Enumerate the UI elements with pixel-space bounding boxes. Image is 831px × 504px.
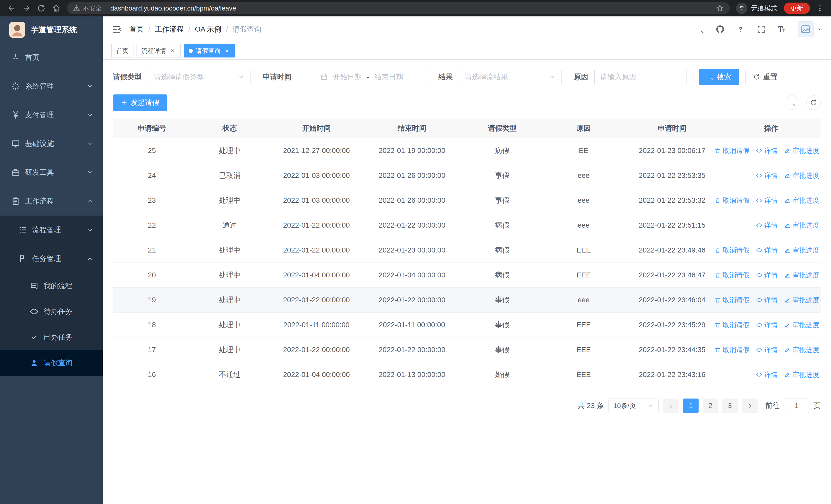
sidebar-item-my-process[interactable]: 我的流程	[0, 273, 103, 299]
chevron-down-icon	[647, 403, 654, 409]
fullscreen-icon[interactable]	[756, 25, 766, 34]
chevron-down-icon	[816, 26, 822, 32]
breadcrumb-separator: /	[148, 25, 150, 33]
tab-home[interactable]: 首页	[111, 44, 134, 58]
goto-page-input[interactable]: 1	[784, 398, 809, 413]
security-indicator[interactable]: 不安全	[73, 4, 102, 12]
tab-process-detail[interactable]: 流程详情×	[137, 44, 181, 58]
cancel-link[interactable]: 取消请假	[715, 196, 749, 205]
detail-link[interactable]: 详情	[756, 346, 778, 354]
chevron-down-icon	[238, 73, 245, 80]
search-button[interactable]: 搜索	[699, 69, 739, 85]
cancel-link[interactable]: 取消请假	[715, 296, 749, 305]
cancel-link[interactable]: 取消请假	[715, 246, 749, 255]
search-icon	[789, 99, 796, 106]
help-icon[interactable]	[736, 25, 745, 34]
collapse-sidebar-icon[interactable]	[111, 24, 122, 34]
prev-page-button[interactable]	[663, 398, 679, 413]
sidebar-item-label: 请假查询	[44, 358, 93, 368]
sidebar-item-todo-task[interactable]: 待办任务	[0, 299, 103, 324]
cancel-link[interactable]: 取消请假	[715, 321, 749, 329]
url-text[interactable]: dashboard.yudao.iocoder.cn/bpm/oa/leave	[110, 4, 712, 12]
progress-link[interactable]: 审批进度	[784, 321, 819, 329]
progress-link[interactable]: 审批进度	[784, 246, 819, 255]
detail-link[interactable]: 详情	[756, 196, 778, 205]
detail-link[interactable]: 详情	[756, 146, 778, 155]
progress-link[interactable]: 审批进度	[784, 171, 819, 180]
page-content: 请假类型 请选择请假类型 申请时间 开始日期 - 结束日期	[103, 60, 831, 504]
sidebar-item-done-task[interactable]: 已办任务	[0, 324, 103, 350]
update-button[interactable]: 更新	[784, 3, 810, 14]
sidebar-item-system[interactable]: 系统管理	[0, 72, 103, 100]
sidebar-menu: 首页系统管理支付管理基础设施研发工具工作流程流程管理任务管理我的流程待办任务已办…	[0, 43, 103, 376]
url-bar[interactable]: 不安全 dashboard.yudao.iocoder.cn/bpm/oa/le…	[67, 2, 730, 14]
cancel-link[interactable]: 取消请假	[715, 271, 749, 280]
progress-link[interactable]: 审批进度	[784, 370, 819, 379]
progress-link[interactable]: 审批进度	[784, 221, 819, 230]
breadcrumb-item[interactable]: OA 示例	[195, 24, 222, 34]
close-icon[interactable]: ×	[224, 48, 230, 54]
date-range-picker[interactable]: 开始日期 - 结束日期	[298, 69, 426, 85]
font-size-icon[interactable]	[777, 25, 786, 34]
back-icon[interactable]	[7, 4, 16, 12]
github-icon[interactable]	[716, 25, 725, 34]
op-label: 取消请假	[723, 246, 749, 255]
chevron-down-icon	[87, 112, 93, 118]
progress-link[interactable]: 审批进度	[784, 146, 819, 155]
sidebar-item-home[interactable]: 首页	[0, 43, 103, 72]
tab-leave-query[interactable]: 请假查询×	[184, 44, 235, 58]
detail-link[interactable]: 详情	[756, 221, 778, 230]
reason-input[interactable]: 请输入原因	[594, 69, 687, 85]
progress-link[interactable]: 审批进度	[784, 271, 819, 280]
sidebar-item-payment[interactable]: 支付管理	[0, 100, 103, 129]
cancel-link[interactable]: 取消请假	[715, 146, 749, 155]
detail-link[interactable]: 详情	[756, 171, 778, 180]
sidebar-item-label: 待办任务	[44, 307, 93, 317]
refresh-table-button[interactable]	[806, 95, 821, 110]
progress-link[interactable]: 审批进度	[784, 296, 819, 305]
forward-icon[interactable]	[22, 4, 31, 12]
detail-link[interactable]: 详情	[756, 246, 778, 255]
user-menu[interactable]	[798, 21, 822, 37]
leave-type: 婚假	[460, 362, 545, 387]
breadcrumb-item[interactable]: 工作流程	[155, 24, 184, 34]
home-icon[interactable]	[52, 4, 61, 12]
end-time: 2022-01-22 00:00:00	[364, 337, 460, 362]
toggle-search-button[interactable]	[785, 95, 799, 110]
search-icon	[707, 73, 714, 80]
sidebar-item-task-mgmt[interactable]: 任务管理	[0, 244, 103, 273]
request-id: 19	[113, 288, 191, 312]
reload-icon[interactable]	[37, 4, 46, 12]
create-leave-button[interactable]: 发起请假	[113, 94, 167, 111]
bookmark-star-icon[interactable]	[716, 4, 724, 12]
request-id: 16	[113, 362, 191, 387]
result-select[interactable]: 请选择流结果	[459, 69, 562, 85]
page-button-3[interactable]: 3	[722, 398, 738, 413]
progress-link[interactable]: 审批进度	[784, 196, 819, 205]
start-time: 2022-01-04 00:00:00	[269, 263, 364, 288]
page-button-2[interactable]: 2	[703, 398, 718, 413]
progress-link[interactable]: 审批进度	[784, 346, 819, 354]
sidebar-item-devtools[interactable]: 研发工具	[0, 158, 103, 187]
sidebar-item-process-mgmt[interactable]: 流程管理	[0, 215, 103, 244]
browser-menu-icon[interactable]: circle{stroke:none}	[816, 4, 824, 12]
search-icon[interactable]	[695, 25, 704, 34]
detail-link[interactable]: 详情	[756, 296, 778, 305]
detail-link[interactable]: 详情	[756, 271, 778, 280]
breadcrumb-item[interactable]: 首页	[130, 24, 144, 34]
sidebar-item-workflow[interactable]: 工作流程	[0, 187, 103, 215]
sidebar-item-infrastructure[interactable]: 基础设施	[0, 129, 103, 158]
next-page-button[interactable]	[742, 398, 757, 413]
page-button-1[interactable]: 1	[683, 398, 698, 413]
start-date-placeholder: 开始日期	[333, 72, 362, 82]
sidebar-logo[interactable]: 芋道管理系统	[0, 17, 103, 43]
page-size-select[interactable]: 10条/页	[608, 398, 659, 413]
detail-link[interactable]: 详情	[756, 321, 778, 329]
cancel-link[interactable]: 取消请假	[715, 346, 749, 354]
close-icon[interactable]: ×	[169, 48, 176, 54]
detail-link[interactable]: 详情	[756, 370, 778, 379]
leave-type-select[interactable]: 请选择请假类型	[148, 69, 251, 85]
reset-button[interactable]: 重置	[745, 69, 785, 85]
end-time: 2022-01-23 00:00:00	[364, 238, 460, 263]
sidebar-item-leave-query[interactable]: 请假查询	[0, 350, 103, 376]
